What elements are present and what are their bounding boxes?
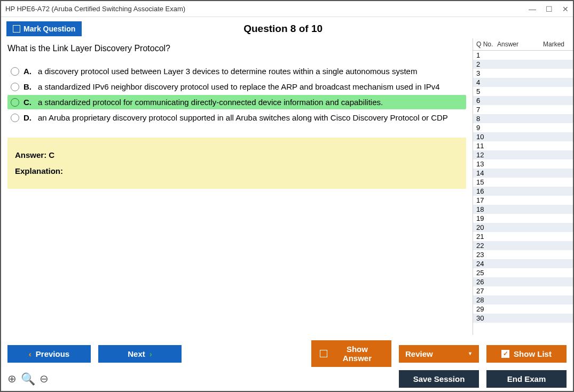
list-qno: 12 [473,151,497,159]
list-row[interactable]: 17 [473,196,573,205]
list-row[interactable]: 10 [473,132,573,141]
list-row[interactable]: 21 [473,232,573,241]
option-letter: A. [23,67,32,76]
show-list-label: Show List [514,349,552,358]
show-answer-button[interactable]: Show Answer [311,340,391,367]
list-row[interactable]: 22 [473,241,573,250]
list-row[interactable]: 25 [473,268,573,277]
list-qno: 7 [473,106,497,114]
explanation-label: Explanation: [15,163,459,179]
list-row[interactable]: 20 [473,223,573,232]
bottom-bar: ‹ Previous Next › Show Answer Review ▼ ✓… [1,335,573,370]
chevron-down-icon: ▼ [468,351,473,356]
list-qno: 23 [473,251,497,259]
col-marked-header: Marked [534,41,573,48]
list-row[interactable]: 18 [473,205,573,214]
list-row[interactable]: 19 [473,214,573,223]
header-row: Mark Question Question 8 of 10 [1,17,573,38]
option-text: a standardized protocol for communicatin… [38,98,383,107]
maximize-icon[interactable]: ☐ [546,5,553,13]
radio-icon[interactable] [11,67,19,76]
review-button[interactable]: Review ▼ [399,345,479,363]
list-row[interactable]: 6 [473,96,573,105]
list-row[interactable]: 23 [473,250,573,259]
list-qno: 27 [473,287,497,295]
list-qno: 29 [473,305,497,313]
zoom-controls: ⊕ 🔍 ⊖ [7,372,49,386]
list-row[interactable]: 16 [473,187,573,196]
list-qno: 26 [473,278,497,286]
list-row[interactable]: 7 [473,105,573,114]
list-row[interactable]: 13 [473,159,573,169]
previous-button[interactable]: ‹ Previous [7,345,91,363]
question-text: What is the Link Layer Discovery Protoco… [7,44,466,53]
radio-icon[interactable] [11,114,19,122]
save-session-button[interactable]: Save Session [399,370,479,388]
next-button[interactable]: Next › [98,345,182,363]
list-row[interactable]: 11 [473,141,573,150]
radio-icon[interactable] [11,83,19,91]
list-row[interactable]: 3 [473,69,573,78]
list-qno: 9 [473,124,497,132]
list-qno: 28 [473,296,497,304]
option-text: an Aruba proprietary discovery protocol … [38,113,448,122]
mark-question-label: Mark Question [23,25,75,33]
list-row[interactable]: 29 [473,305,573,314]
list-qno: 25 [473,269,497,277]
zoom-out-icon[interactable]: ⊖ [40,372,49,386]
list-row[interactable]: 1 [473,51,573,60]
option-letter: D. [23,113,32,122]
minimize-icon[interactable]: — [529,5,536,13]
list-qno: 18 [473,205,497,213]
list-body[interactable]: 1234567891011121314151617181920212223242… [473,51,573,335]
zoom-fit-icon[interactable]: ⊕ [7,372,17,386]
list-row[interactable]: 12 [473,150,573,159]
list-row[interactable]: 30 [473,314,573,323]
list-row[interactable]: 9 [473,123,573,132]
checkbox-checked-icon: ✓ [501,350,509,358]
mark-question-button[interactable]: Mark Question [6,21,82,36]
list-qno: 1 [473,51,497,59]
list-qno: 19 [473,214,497,222]
show-list-button[interactable]: ✓ Show List [486,345,567,363]
list-row[interactable]: 15 [473,178,573,187]
list-qno: 5 [473,87,497,95]
list-row[interactable]: 14 [473,169,573,178]
option-letter: B. [23,82,32,91]
option-row-D[interactable]: D.an Aruba proprietary discovery protoco… [7,110,466,125]
review-label: Review [405,349,433,358]
list-row[interactable]: 5 [473,87,573,96]
list-row[interactable]: 8 [473,114,573,123]
list-row[interactable]: 28 [473,295,573,305]
app-window: HP HPE6-A72 (Aruba Certified Switching A… [0,0,574,392]
main-area: What is the Link Layer Discovery Protoco… [1,38,573,335]
window-title: HP HPE6-A72 (Aruba Certified Switching A… [5,5,185,13]
chevron-left-icon: ‹ [29,349,32,358]
save-session-label: Save Session [413,374,465,383]
show-answer-label: Show Answer [332,345,383,363]
question-counter: Question 8 of 10 [82,23,484,35]
list-row[interactable]: 26 [473,277,573,286]
question-list-panel: Q No. Answer Marked 12345678910111213141… [473,38,573,335]
list-row[interactable]: 24 [473,259,573,268]
option-row-A[interactable]: A.a discovery protocol used between Laye… [7,64,466,78]
next-label: Next [128,349,145,358]
previous-label: Previous [36,349,69,358]
list-qno: 6 [473,97,497,105]
option-row-B[interactable]: B.a standardized IPv6 neighbor discovery… [7,79,466,94]
radio-icon[interactable] [11,98,19,107]
answer-label: Answer: C [15,147,459,163]
list-qno: 10 [473,133,497,141]
end-exam-button[interactable]: End Exam [486,370,567,388]
option-row-C[interactable]: C.a standardized protocol for communicat… [7,95,466,109]
list-row[interactable]: 2 [473,60,573,69]
list-qno: 8 [473,115,497,123]
close-icon[interactable]: ✕ [562,5,569,13]
zoom-in-icon[interactable]: 🔍 [21,372,35,386]
end-exam-label: End Exam [507,374,546,383]
option-letter: C. [23,98,32,107]
list-row[interactable]: 27 [473,286,573,295]
option-text: a standardized IPv6 neighbor discovery p… [38,82,440,91]
title-bar: HP HPE6-A72 (Aruba Certified Switching A… [1,1,573,17]
list-row[interactable]: 4 [473,78,573,87]
